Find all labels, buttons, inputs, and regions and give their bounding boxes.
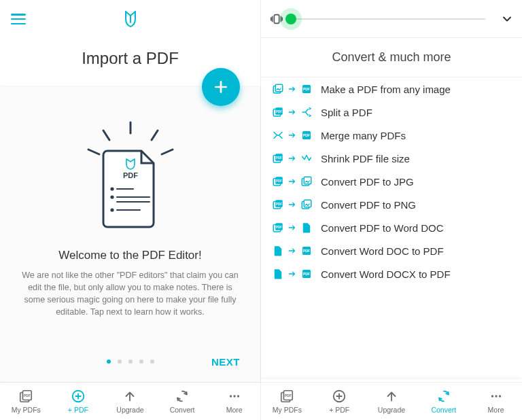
svg-rect-42 [304, 200, 311, 207]
nav-label: + PDF [68, 406, 88, 414]
right-header [261, 0, 522, 38]
nav-label: My PDFs [12, 406, 41, 414]
svg-point-56 [498, 395, 500, 397]
conversion-list: PDF Make a PDF from any image PDF Split … [261, 77, 522, 379]
svg-point-18 [233, 395, 235, 397]
conv-icons: PDF [272, 106, 314, 118]
svg-point-8 [111, 196, 113, 198]
welcome-description: We are not like the other "PDF editors" … [18, 269, 243, 319]
svg-text:PDF: PDF [303, 133, 311, 137]
welcome-title: Welcome to the PDF Editor! [58, 249, 201, 262]
bottom-nav-left: PDF My PDFs + PDF Upgrade Convert [0, 382, 260, 420]
nav-add-pdf[interactable]: + PDF [52, 383, 105, 420]
conv-label: Split a PDF [321, 107, 372, 118]
conv-icons: PDF [272, 83, 314, 95]
conv-icons: PDF [272, 268, 314, 280]
convert-item-pdf-to-doc[interactable]: PDF Convert PDF to Word DOC [261, 216, 522, 239]
more-icon [227, 389, 242, 404]
pager-row: NEXT [14, 349, 247, 374]
nav-my-pdfs[interactable]: PDF My PDFs [0, 383, 52, 420]
chevron-down-icon[interactable] [500, 12, 514, 26]
plus-circle-icon [332, 389, 347, 404]
arrow-up-icon [384, 389, 399, 404]
svg-line-3 [88, 150, 99, 154]
svg-rect-22 [275, 84, 283, 92]
pager-dot[interactable] [107, 360, 111, 364]
conv-label: Merge many PDFs [321, 130, 406, 141]
pager-dot[interactable] [150, 360, 154, 364]
app-logo-icon [123, 10, 138, 28]
nav-my-pdfs[interactable]: PDF My PDFs [261, 383, 313, 420]
svg-text:PDF: PDF [276, 203, 282, 206]
next-button[interactable]: NEXT [211, 356, 240, 368]
convert-item-pdf-to-jpg[interactable]: PDF Convert PDF to JPG [261, 170, 522, 193]
convert-item-image-to-pdf[interactable]: PDF Make a PDF from any image [261, 77, 522, 101]
svg-line-1 [103, 130, 109, 140]
pdf-stack-icon: PDF [279, 389, 294, 404]
nav-upgrade[interactable]: Upgrade [366, 383, 418, 420]
conv-label: Convert PDF to JPG [321, 176, 414, 188]
vibrate-icon [269, 12, 284, 27]
nav-upgrade[interactable]: Upgrade [104, 383, 156, 420]
svg-point-6 [111, 188, 113, 190]
plus-circle-icon [71, 389, 86, 404]
pager-dot[interactable] [128, 360, 133, 364]
convert-icon [175, 389, 190, 404]
page-title: Import a PDF [0, 49, 260, 68]
menu-button[interactable] [11, 14, 26, 24]
conv-label: Shrink PDF file size [321, 153, 410, 164]
pager-dots [107, 360, 154, 364]
nav-add-pdf[interactable]: + PDF [313, 383, 366, 420]
conv-icons: PDF [272, 175, 314, 188]
conv-icons: PDF [272, 245, 314, 257]
volume-slider[interactable] [291, 0, 493, 37]
svg-text:PDF: PDF [276, 226, 282, 229]
more-icon [489, 389, 504, 404]
convert-item-docx-to-pdf[interactable]: PDF Convert Word DOCX to PDF [261, 262, 522, 285]
nav-label: Upgrade [116, 406, 143, 414]
pdf-stack-icon: PDF [18, 389, 33, 404]
convert-item-split-pdf[interactable]: PDF Split a PDF [261, 101, 522, 124]
svg-point-11 [111, 209, 113, 211]
conv-label: Convert Word DOCX to PDF [321, 268, 451, 280]
nav-more[interactable]: More [470, 383, 522, 420]
svg-point-55 [495, 395, 497, 397]
svg-line-4 [162, 150, 173, 154]
pager-dot[interactable] [139, 360, 143, 364]
svg-point-54 [491, 395, 493, 397]
nav-convert[interactable]: Convert [417, 383, 470, 420]
section-title: Convert & much more [261, 38, 522, 77]
conv-icons: PDF [272, 222, 314, 234]
nav-label: More [226, 406, 243, 414]
svg-text:PDF: PDF [276, 156, 282, 160]
svg-text:PDF: PDF [24, 394, 31, 398]
conv-label: Convert PDF to Word DOC [321, 222, 444, 234]
left-header [0, 0, 260, 38]
conv-icons: PDF [272, 198, 314, 211]
nav-more[interactable]: More [208, 383, 260, 420]
convert-icon [436, 389, 451, 404]
nav-label: More [488, 406, 504, 414]
conv-icons: PDF [272, 129, 314, 141]
add-button[interactable] [202, 68, 240, 106]
nav-label: + PDF [329, 406, 349, 414]
svg-rect-37 [304, 177, 311, 184]
svg-text:PDF: PDF [276, 110, 282, 113]
svg-point-19 [237, 395, 239, 397]
convert-item-pdf-to-png[interactable]: PDF Convert PDF to PNG [261, 193, 522, 216]
nav-convert[interactable]: Convert [156, 383, 209, 420]
convert-item-merge-pdfs[interactable]: PDF Merge many PDFs [261, 124, 522, 147]
svg-text:PDF: PDF [285, 394, 292, 398]
conv-label: Convert Word DOC to PDF [321, 245, 444, 257]
nav-label: Upgrade [378, 406, 405, 414]
right-pane: Convert & much more PDF Make a PDF from … [261, 0, 522, 420]
bottom-nav-right: PDF My PDFs + PDF Upgrade Convert [261, 382, 522, 420]
convert-item-shrink-pdf[interactable]: PDF Shrink PDF file size [261, 147, 522, 170]
svg-text:PDF: PDF [303, 272, 311, 276]
pdf-illustration-icon: PDF [76, 121, 185, 237]
conv-label: Convert PDF to PNG [321, 199, 416, 211]
svg-text:PDF: PDF [123, 171, 138, 179]
convert-item-doc-to-pdf[interactable]: PDF Convert Word DOC to PDF [261, 239, 522, 262]
conv-label: Make a PDF from any image [321, 84, 451, 95]
pager-dot[interactable] [118, 360, 122, 364]
